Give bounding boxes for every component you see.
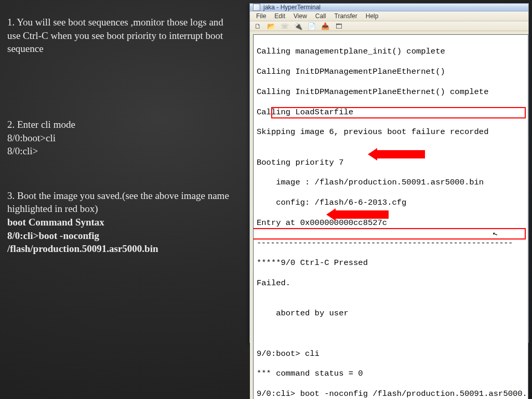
step-2-cmd-2: 8/0:cli>	[7, 145, 38, 156]
open-file-icon[interactable]: 📂	[267, 21, 276, 31]
receive-icon[interactable]: 📥	[321, 21, 330, 31]
menu-transfer[interactable]: Transfer	[330, 11, 362, 21]
term-line: Calling InitDPManagementPlaneEthernet()	[257, 67, 525, 77]
step-2-title: 2. Enter cli mode	[7, 119, 75, 130]
step-3-text: 3. Boot the image you saved.(see the abo…	[7, 190, 229, 215]
term-line: Calling managementplane_init() complete	[257, 47, 525, 57]
term-line: Booting priority 7	[257, 158, 525, 168]
term-line: config: /flash/6-6-2013.cfg	[257, 198, 525, 208]
toolbar: 🗋 📂 ☏ 🔌 📄 📥 🗔	[250, 21, 528, 31]
window-title: jaka - HyperTerminal	[263, 4, 321, 11]
window-titlebar[interactable]: jaka - HyperTerminal	[250, 4, 528, 11]
term-line: Failed.	[257, 278, 525, 288]
menu-edit[interactable]: Edit	[270, 11, 289, 21]
term-separator: ----------------------------------------…	[257, 238, 525, 248]
menu-help[interactable]: Help	[362, 11, 383, 21]
term-line: aborted by user	[257, 309, 525, 318]
step-2: 2. Enter cli mode 8/0:boot>cli 8/0:cli>	[7, 118, 231, 158]
menu-bar: File Edit View Call Transfer Help	[250, 11, 528, 21]
term-line-ctrlc: *****9/0 Ctrl-C Pressed	[257, 258, 525, 268]
app-icon	[253, 4, 260, 11]
disconnect-icon[interactable]: 🔌	[294, 21, 303, 31]
term-line: Skipping image 6, previous boot failure …	[257, 127, 525, 137]
send-icon[interactable]: 📄	[307, 21, 316, 31]
term-line-image-path: image : /flash/production.50091.asr5000.…	[257, 178, 525, 188]
term-line-boot-cmd: 9/0:cli> boot -noconfig /flash/productio…	[257, 389, 525, 399]
menu-file[interactable]: File	[252, 11, 270, 21]
menu-call[interactable]: Call	[311, 11, 330, 21]
step-3: 3. Boot the image you saved.(see the abo…	[7, 189, 231, 256]
term-line: Entry at 0x000000000cc8527c	[257, 218, 525, 228]
step-2-cmd-1: 8/0:boot>cli	[7, 132, 56, 143]
properties-icon[interactable]: 🗔	[334, 21, 343, 31]
step-1: 1. You will see boot sequences ,monitor …	[7, 16, 231, 56]
step-3-syntax-label: boot Command Syntax	[7, 217, 104, 228]
term-line-boot-cli: 9/0:boot> cli	[257, 349, 525, 359]
instruction-panel: 1. You will see boot sequences ,monitor …	[7, 16, 231, 282]
terminal-frame: Calling managementplane_init() complete …	[250, 31, 528, 399]
connect-icon[interactable]: ☏	[280, 21, 289, 31]
terminal-output[interactable]: Calling managementplane_init() complete …	[253, 34, 528, 399]
new-file-icon[interactable]: 🗋	[253, 21, 262, 31]
menu-view[interactable]: View	[289, 11, 311, 21]
term-line: Calling LoadStarfile	[257, 108, 525, 117]
term-line: Calling InitDPManagementPlaneEthernet() …	[257, 87, 525, 97]
hyperterminal-window: jaka - HyperTerminal File Edit View Call…	[249, 3, 529, 343]
step-3-command: 8/0:cli>boot -noconfig /flash/production…	[7, 230, 158, 255]
term-line: *** command status = 0	[257, 369, 525, 379]
